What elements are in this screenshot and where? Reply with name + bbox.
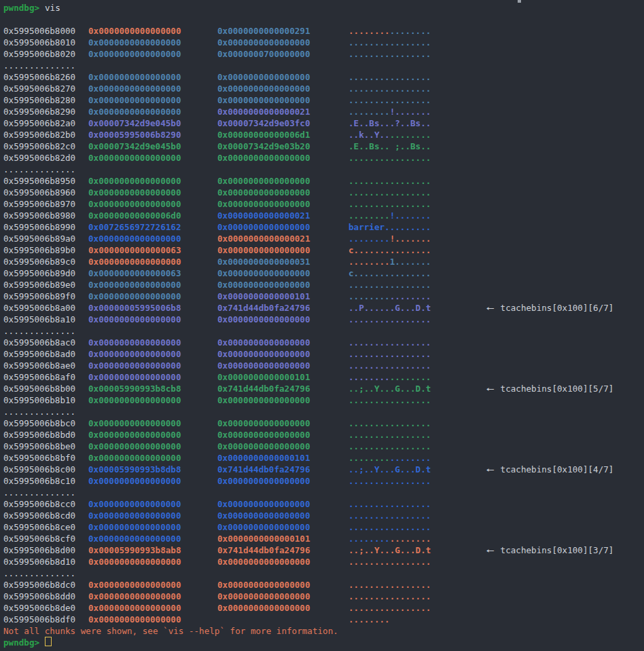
memory-address: 0x5995006b8de0 (3, 602, 75, 614)
memory-value-2: 0x0000000000000000 (217, 360, 310, 371)
memory-value-1: 0x0000000000000000 (88, 521, 181, 533)
memory-value-1: 0x00007342d9e045b0 (88, 117, 181, 129)
ascii-segment: ..;..Y...G...D.t (348, 464, 431, 475)
ascii-repr: ................ (348, 314, 431, 325)
ascii-segment: ................ (348, 187, 431, 198)
ascii-repr: ................ (348, 152, 431, 164)
memory-address: 0x5995006b8c00 (3, 464, 75, 475)
memory-row: 0x5995006b8c100x00000000000000000x000000… (0, 475, 644, 487)
memory-value-1: 0x00005990993b8ab8 (88, 544, 181, 556)
ascii-segment: barrier......... (348, 222, 431, 232)
ascii-repr: .E..Bs...?..Bs.. (348, 117, 431, 129)
ascii-repr: ................ (348, 591, 431, 602)
ascii-segment: ................ (348, 280, 431, 290)
memory-row: 0x5995006b82b00x00005995006b82900x000000… (0, 129, 644, 141)
command-input-line[interactable]: pwndbg> (0, 637, 644, 648)
chunk-separator-row: .............. (0, 325, 644, 337)
memory-row: 0x5995006b82c00x00007342d9e045b00x000073… (0, 141, 644, 152)
ascii-segment: ................ (348, 199, 431, 209)
memory-row: 0x5995006b89c00x00000000000000000x000000… (0, 256, 644, 267)
memory-value-1: 0x0000000000000000 (88, 579, 181, 591)
memory-row: 0x5995006b8a000x00000005995006b80x741d44… (0, 302, 644, 314)
memory-value-2: 0x0000000000000021 (217, 210, 310, 221)
ascii-segment: ................ (348, 522, 431, 532)
memory-value-2: 0x0000000000000000 (217, 152, 310, 164)
memory-value-1: 0x00000005995006b8 (88, 302, 181, 314)
memory-value-2: 0x0000000000000000 (217, 521, 310, 533)
ascii-repr: ................ (348, 337, 431, 348)
memory-address: 0x5995006b8ce0 (3, 521, 75, 533)
ascii-segment: ........ (390, 26, 431, 36)
ascii-repr: ................ (348, 452, 431, 464)
ascii-segment: ........ (348, 26, 390, 36)
memory-value-1: 0x0000000000000000 (88, 371, 181, 383)
bin-annotation-label: tcachebins[0x100][6/7] (501, 303, 614, 313)
memory-value-1: 0x0000000000000000 (88, 291, 181, 302)
memory-value-2: 0x0000000000000291 (217, 25, 310, 37)
ascii-segment: ........ (390, 453, 431, 463)
bin-annotation-label: tcachebins[0x100][3/7] (501, 545, 614, 555)
ascii-segment: ................ (348, 418, 431, 428)
memory-address: 0x5995006b8950 (3, 175, 75, 187)
memory-row: 0x5995006b8bc00x00000000000000000x000000… (0, 417, 644, 429)
ascii-repr: ................ (348, 198, 431, 210)
memory-value-1: 0x0072656972726162 (88, 221, 181, 233)
memory-address: 0x5995006b8d10 (3, 556, 75, 568)
ascii-repr: ................ (348, 348, 431, 360)
ascii-segment: ........ (348, 534, 390, 544)
terminal-cursor[interactable] (45, 637, 52, 646)
memory-row: 0x5995006b89700x00000000000000000x000000… (0, 198, 644, 210)
memory-value-2: 0x0000000000000000 (217, 441, 310, 452)
memory-value-2: 0x0000000700000000 (217, 48, 310, 60)
memory-address: 0x5995006b82d0 (3, 152, 75, 164)
ascii-segment: ................ (348, 476, 431, 486)
memory-value-1: 0x0000000000000000 (88, 187, 181, 198)
memory-row: 0x5995006b80200x00000000000000000x000000… (0, 48, 644, 60)
memory-row: 0x5995006b80000x00000000000000000x000000… (0, 25, 644, 37)
memory-row: 0x5995006b8cd00x00000000000000000x000000… (0, 510, 644, 521)
memory-row: 0x5995006b89b00x00000000000000630x000000… (0, 244, 644, 256)
memory-value-1: 0x0000000000000000 (88, 37, 181, 48)
separator-dots: .............. (3, 325, 75, 337)
memory-row: 0x5995006b89600x00000000000000000x000000… (0, 187, 644, 198)
memory-value-1: 0x00005995006b8290 (88, 129, 181, 141)
memory-value-1: 0x0000000000000000 (88, 429, 181, 441)
memory-address: 0x5995006b8020 (3, 48, 75, 60)
memory-row: 0x5995006b82700x00000000000000000x000000… (0, 83, 644, 94)
memory-address: 0x5995006b89a0 (3, 233, 75, 244)
ascii-repr: ................ (348, 556, 431, 568)
ascii-repr: ........1....... (348, 256, 431, 267)
memory-row: 0x5995006b8bf00x00000000000000000x000000… (0, 452, 644, 464)
memory-value-2: 0x0000000000000000 (217, 510, 310, 521)
memory-value-1: 0x0000000000000000 (88, 556, 181, 568)
memory-address: 0x5995006b8b00 (3, 383, 75, 394)
ascii-segment: ........ (390, 372, 431, 382)
footer-warning: Not all chunks were shown, see `vis --he… (0, 625, 644, 637)
memory-address: 0x5995006b89f0 (3, 291, 75, 302)
memory-row: 0x5995006b82600x00000000000000000x000000… (0, 71, 644, 83)
memory-address: 0x5995006b8980 (3, 210, 75, 221)
memory-value-2: 0x0000000000000000 (217, 279, 310, 291)
memory-value-1: 0x00005990993b8cb8 (88, 383, 181, 394)
memory-value-2: 0x0000000000000000 (217, 475, 310, 487)
ascii-segment: ................ (348, 499, 431, 509)
bin-annotation: ←tcachebins[0x100][6/7] (486, 302, 613, 314)
warning-text: Not all chunks were shown, see `vis --he… (3, 625, 338, 637)
ascii-repr: ................ (348, 37, 431, 48)
ascii-repr: ................ (348, 475, 431, 487)
memory-value-2: 0x0000000000000000 (217, 94, 310, 106)
ascii-segment: ................ (348, 441, 431, 451)
ascii-repr: ..k..Y.......... (348, 129, 431, 141)
memory-value-2: 0x0000000000000101 (217, 371, 310, 383)
bin-annotation-label: tcachebins[0x100][4/7] (501, 464, 614, 475)
ascii-segment: ................ (348, 349, 431, 359)
memory-row: 0x5995006b89500x00000000000000000x000000… (0, 175, 644, 187)
memory-address: 0x5995006b89e0 (3, 279, 75, 291)
ascii-repr: ........!....... (348, 233, 431, 244)
ascii-segment: ........ (348, 107, 390, 117)
ascii-repr: ................ (348, 371, 431, 383)
memory-row: 0x5995006b89800x00000000000006d00x000000… (0, 210, 644, 221)
memory-value-1: 0x0000000000000000 (88, 25, 181, 37)
memory-value-1: 0x0000000000000000 (88, 533, 181, 544)
terminal: pwndbg>vis0x5995006b80000x00000000000000… (0, 0, 644, 651)
